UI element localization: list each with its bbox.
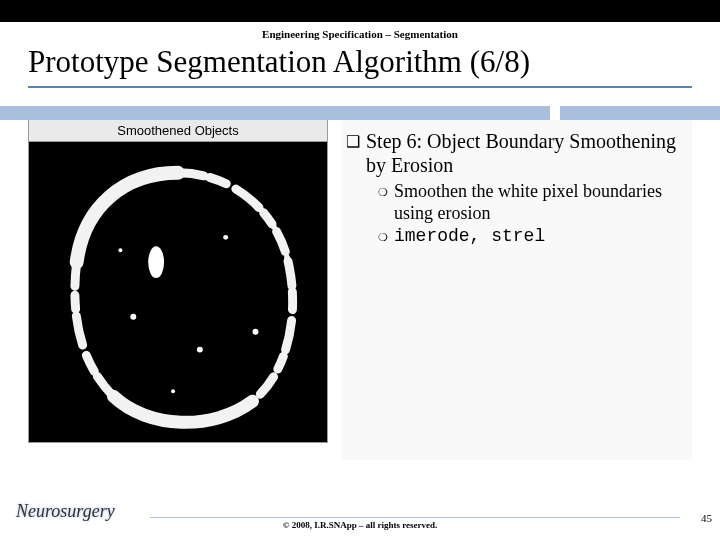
top-black-bar bbox=[0, 0, 720, 22]
figure-smoothened-objects: Smoothened Objects bbox=[28, 120, 328, 443]
bullet-sub-1: ❍ Smoothen the white pixel boundaries us… bbox=[378, 181, 692, 224]
footer-divider bbox=[150, 517, 680, 518]
svg-point-6 bbox=[253, 329, 259, 335]
svg-point-5 bbox=[118, 248, 122, 252]
accent-bar bbox=[0, 106, 720, 120]
text-column: ❑ Step 6: Object Boundary Smoothening by… bbox=[342, 120, 692, 460]
figure-image bbox=[29, 142, 327, 442]
svg-point-1 bbox=[148, 246, 164, 278]
figure-caption: Smoothened Objects bbox=[29, 120, 327, 142]
circle-bullet-icon: ❍ bbox=[378, 181, 388, 203]
bullet-sub-2: ❍ imerode, strel bbox=[378, 226, 692, 248]
svg-point-2 bbox=[130, 314, 136, 320]
bullet-sub-2-text: imerode, strel bbox=[394, 226, 545, 248]
svg-point-7 bbox=[171, 389, 175, 393]
page-title: Prototype Segmentation Algorithm (6/8) bbox=[28, 42, 692, 88]
bullet-step-title-text: Step 6: Object Boundary Smoothening by E… bbox=[366, 130, 692, 177]
square-bullet-icon: ❑ bbox=[346, 130, 360, 154]
bullet-sub-1-text: Smoothen the white pixel boundaries usin… bbox=[394, 181, 692, 224]
svg-point-3 bbox=[223, 235, 228, 240]
logo-neurosurgery: Neurosurgery bbox=[16, 501, 115, 522]
circle-bullet-icon: ❍ bbox=[378, 226, 388, 248]
svg-point-4 bbox=[197, 347, 203, 353]
bullet-step-title: ❑ Step 6: Object Boundary Smoothening by… bbox=[342, 130, 692, 177]
breadcrumb: Engineering Specification – Segmentation bbox=[0, 22, 720, 42]
page-number: 45 bbox=[701, 512, 712, 524]
